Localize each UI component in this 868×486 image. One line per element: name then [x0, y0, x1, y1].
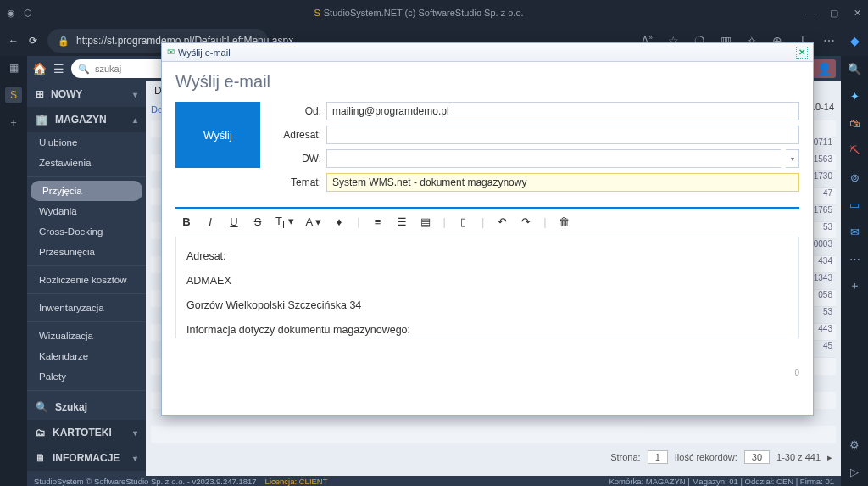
new-tab-button[interactable]: ＋: [5, 114, 22, 131]
mail-small-icon: ✉: [167, 47, 175, 58]
page-size[interactable]: 30: [744, 450, 770, 464]
tool2-icon[interactable]: 🛍: [847, 115, 862, 131]
footer-version: StudioSystem © SoftwareStudio Sp. z o.o.…: [34, 477, 257, 486]
label-from: Od:: [277, 105, 321, 117]
sidebar-item-ulubione[interactable]: Ulubione: [27, 132, 146, 153]
more-icon[interactable]: ⋯: [823, 34, 835, 47]
editor-body[interactable]: Adresat: ADMAEX Gorzów Wielkopolski Szcz…: [175, 237, 799, 338]
tool4-icon[interactable]: ⊚: [847, 170, 862, 185]
tab-active[interactable]: S: [5, 87, 22, 103]
sidebar-item-zestawienia[interactable]: Zestawienia: [27, 153, 146, 173]
lock-icon: 🔒: [58, 36, 70, 47]
sidebar-item-inwentaryzacja[interactable]: Inwentaryzacja: [27, 298, 146, 318]
home-icon[interactable]: 🏠: [32, 62, 47, 75]
back-button[interactable]: ←: [8, 35, 19, 47]
label-to: Adresat:: [277, 129, 321, 141]
plus-icon: ⊞: [36, 88, 44, 100]
footer-license: Licencja: CLIENT: [265, 477, 328, 486]
modal-close-button[interactable]: ✕: [796, 47, 808, 59]
sidebar-item-kalendarze[interactable]: Kalendarze: [27, 346, 146, 366]
tool-add-icon[interactable]: ＋: [847, 278, 862, 293]
modal-window-title: Wyślij e-mail: [178, 47, 231, 58]
chevron-up-icon: ▴: [133, 115, 137, 125]
profile-icon[interactable]: ◉: [7, 8, 15, 19]
menu-icon[interactable]: ☰: [53, 62, 64, 75]
indent-icon[interactable]: ▤: [420, 215, 431, 228]
close-window-button[interactable]: ✕: [854, 8, 861, 19]
tool5-icon[interactable]: ▭: [847, 197, 862, 212]
sidebar-item-palety[interactable]: Palety: [27, 366, 146, 387]
minimize-button[interactable]: —: [805, 8, 815, 18]
collapse-side-icon[interactable]: ▷: [847, 464, 862, 479]
sidebar-item-rozliczenie[interactable]: Rozliczenie kosztów: [27, 270, 146, 290]
list-ul-icon[interactable]: ☰: [396, 215, 408, 228]
input-to[interactable]: [326, 126, 799, 144]
clear-button[interactable]: 🗑: [559, 215, 570, 228]
bgcolor-button[interactable]: ♦: [333, 215, 345, 228]
strike-button[interactable]: S: [252, 215, 264, 228]
cc-dropdown-icon[interactable]: ▾: [786, 149, 799, 168]
bold-button[interactable]: B: [181, 215, 192, 228]
sidebar-item-przesuniecia[interactable]: Przesunięcia: [27, 242, 146, 262]
underline-button[interactable]: U: [228, 215, 240, 228]
sidebar-section-kartoteki[interactable]: 🗂 KARTOTEKI ▾: [27, 420, 146, 445]
search-side-icon[interactable]: 🔍: [847, 61, 862, 76]
tool7-icon[interactable]: ⋯: [847, 251, 862, 266]
undo-button[interactable]: ↶: [496, 215, 508, 228]
search-icon: 🔍: [78, 64, 90, 75]
sidebar-section-magazyn[interactable]: 🏢 MAGAZYN ▴: [27, 107, 146, 132]
label-subject: Temat:: [277, 176, 321, 188]
label-cc: DW:: [277, 153, 321, 165]
window-titlebar: ◉ ⬡ S StudioSystem.NET (c) SoftwareStudi…: [0, 0, 868, 25]
body-line: Adresat:: [186, 246, 788, 267]
tab-workspace-icon[interactable]: ▦: [5, 59, 22, 76]
italic-button[interactable]: I: [204, 215, 216, 228]
tool3-icon[interactable]: ⛏: [847, 142, 862, 158]
sidebar-item-crossdocking[interactable]: Cross-Docking: [27, 221, 146, 242]
char-count: 0: [794, 368, 799, 377]
editor-toolbar: B I U S TI ▾ A ▾ ♦ | ≡ ☰ ▤ | ▯ | ↶ ↷ | 🗑: [175, 207, 799, 230]
page-range: 1-30 z 441: [776, 452, 821, 462]
info-icon: 🗎: [36, 452, 46, 464]
settings-side-icon[interactable]: ⚙: [847, 437, 862, 452]
input-from[interactable]: [326, 102, 799, 120]
input-subject[interactable]: [326, 173, 799, 192]
chevron-down-icon: ▾: [133, 90, 137, 99]
sidebar-section-informacje[interactable]: 🗎 INFORMACJE ▾: [27, 445, 146, 471]
body-line: ADMAEX: [186, 271, 788, 292]
modal-titlebar[interactable]: ✉ Wyślij e-mail ✕: [162, 43, 813, 62]
input-cc[interactable]: [326, 149, 781, 168]
app-logo-icon: S: [314, 8, 320, 18]
window-title: StudioSystem.NET (c) SoftwareStudio Sp. …: [324, 8, 524, 18]
email-modal: ✉ Wyślij e-mail ✕ Wyślij e-mail Wyślij O…: [161, 42, 814, 416]
chevron-down-icon: ▾: [133, 454, 137, 463]
cards-icon: 🗂: [36, 427, 46, 439]
fontsize-button[interactable]: TI ▾: [275, 215, 294, 230]
sidebar-item-wydania[interactable]: Wydania: [27, 201, 146, 221]
footer-context: Komórka: MAGAZYN | Magazyn: 01 | Oddział…: [609, 477, 834, 486]
status-bar: StudioSystem © SoftwareStudio Sp. z o.o.…: [27, 476, 841, 486]
fontcolor-button[interactable]: A ▾: [306, 215, 322, 228]
tool1-icon[interactable]: ✦: [847, 88, 862, 103]
insert-icon[interactable]: ▯: [458, 215, 470, 228]
search-icon: 🔍: [36, 401, 48, 413]
sidebar-new[interactable]: ⊞ NOWY ▾: [27, 81, 146, 107]
tool6-icon[interactable]: ✉: [847, 224, 862, 239]
page-number[interactable]: 1: [648, 450, 668, 464]
sidebar-item-przyjecia[interactable]: Przyjęcia: [31, 181, 142, 201]
page-next-icon[interactable]: ▸: [827, 452, 832, 463]
sidebar-item-wizualizacja[interactable]: Wizualizacja: [27, 326, 146, 346]
refresh-button[interactable]: ⟳: [29, 35, 37, 47]
copilot-icon[interactable]: ⬡: [24, 8, 32, 19]
copilot-panel-icon[interactable]: ◆: [850, 34, 860, 47]
body-line: Informacja dotyczy dokumentu magazynoweg…: [186, 320, 788, 338]
user-icon[interactable]: 👤: [813, 59, 836, 78]
redo-button[interactable]: ↷: [520, 215, 531, 228]
maximize-button[interactable]: ▢: [830, 8, 838, 19]
edge-sidebar: 🔍 ✦ 🛍 ⛏ ⊚ ▭ ✉ ⋯ ＋ ⚙ ▷: [841, 56, 868, 486]
browser-tab-strip: ▦ S ＋: [0, 56, 27, 486]
sidebar-search[interactable]: 🔍 Szukaj: [27, 394, 146, 420]
align-left-icon[interactable]: ≡: [372, 215, 384, 228]
modal-heading: Wyślij e-mail: [175, 72, 799, 92]
send-button[interactable]: Wyślij: [175, 102, 260, 168]
